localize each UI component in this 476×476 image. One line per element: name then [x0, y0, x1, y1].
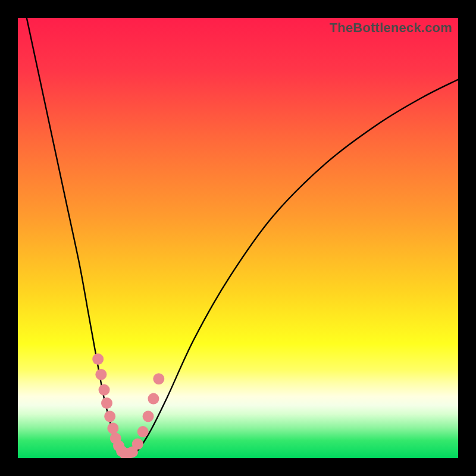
marker-point: [95, 369, 107, 380]
marker-point: [99, 384, 110, 396]
marker-point: [107, 422, 118, 434]
bottleneck-curve: [27, 18, 458, 456]
plot-area: TheBottleneck.com: [18, 18, 458, 458]
marker-point: [132, 439, 143, 450]
marker-point: [101, 397, 112, 409]
watermark-text: TheBottleneck.com: [330, 20, 452, 36]
chart-frame: TheBottleneck.com: [0, 0, 476, 476]
marker-point: [92, 353, 104, 365]
marker-point: [143, 411, 154, 422]
curve-layer: [18, 18, 458, 458]
marker-point: [153, 373, 164, 384]
marker-point: [104, 411, 115, 422]
marker-point: [148, 393, 159, 405]
marker-point: [137, 426, 149, 437]
highlighted-points: [92, 353, 164, 458]
